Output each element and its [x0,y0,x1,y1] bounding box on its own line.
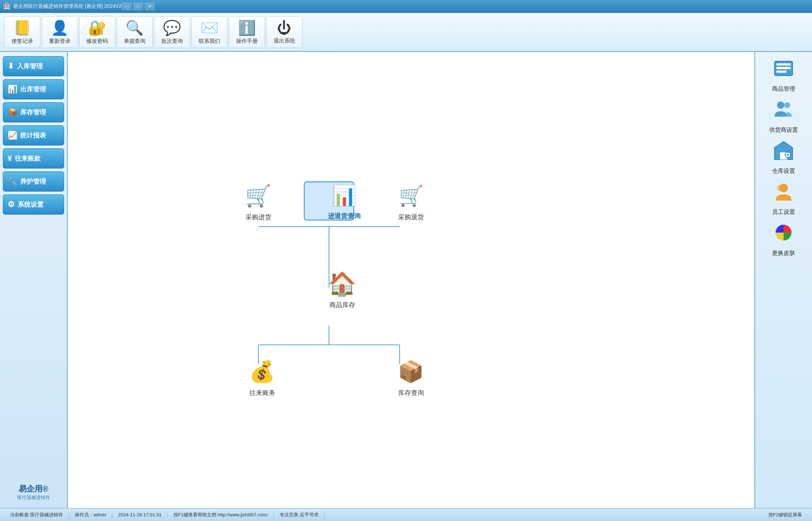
toolbar-label-bill-query: 单据查询 [124,38,145,45]
sidebar-icon-inbound: ⬇ [8,62,14,71]
brand-name: 易企用® [3,484,64,494]
window-controls: — □ ✕ [122,3,155,10]
sidebar-footer: 易企用® 医疗器械进销存 [3,481,64,504]
status-shortcut: 按F2键锁定屏幕 [763,512,808,518]
right-btn-employee-settings[interactable]: 员工设置 [772,181,795,216]
sidebar-btn-report[interactable]: 📈 统计报表 [3,125,64,145]
status-help: 按F1键查看帮助文档 http://www.jizhi007.com/ [168,512,274,518]
purchase-return-label: 采购退货 [398,213,424,221]
right-icon-employee-settings [773,181,794,206]
accounts-label: 往来账务 [249,388,275,397]
right-icon-goods-mgmt [773,58,794,83]
toolbar-label-batch-query: 批次查询 [161,38,183,45]
status-account: 当前帐套:医疗器械进销存 [4,512,69,518]
toolbar-label-manual: 操作手册 [236,38,258,45]
sidebar-icon-settings: ⚙ [8,200,15,209]
svg-point-17 [787,154,789,156]
toolbar-icon-contact: ✉️ [200,19,218,36]
toolbar-icon-relogin: 👤 [51,19,69,36]
toolbar-btn-exit[interactable]: ⏻ 退出系统 [266,16,302,48]
right-btn-supplier-settings[interactable]: 供货商设置 [769,99,798,134]
toolbar-icon-change-pw: 🔐 [88,19,106,36]
close-button[interactable]: ✕ [145,3,155,10]
maximize-button[interactable]: □ [133,3,143,10]
toolbar-label-sticky-note: 便签记录 [12,38,33,45]
inventory-node-label: 商品库存 [329,301,355,309]
right-label-employee-settings: 员工设置 [772,208,795,216]
sidebar-label-account: 往来账款 [15,154,41,163]
right-btn-goods-mgmt[interactable]: 商品管理 [772,58,795,93]
svg-rect-10 [776,67,791,69]
svg-point-13 [784,102,790,108]
sidebar-label-outbound: 出库管理 [20,85,46,94]
sidebar-btn-maintenance[interactable]: 🔧 养护管理 [3,171,64,192]
minimize-button[interactable]: — [122,3,132,10]
toolbar-btn-manual[interactable]: ℹ️ 操作手册 [229,16,265,48]
sidebar: ⬇ 入库管理 📊 出库管理 📦 库存管理 📈 统计报表 ¥ 往来账款 🔧 养护管… [0,52,68,508]
sidebar-icon-maintenance: 🔧 [8,177,17,186]
status-operator: 操作员：admin [69,512,112,518]
status-slogan: 专注完美 近乎苛求 [274,512,325,518]
sidebar-icon-account: ¥ [8,154,12,163]
in-out-query-label: 进退货查询 [328,212,360,220]
right-label-supplier-settings: 供货商设置 [769,126,798,134]
status-bar: 当前帐套:医疗器械进销存 操作员：admin 2024-11-29 17:01:… [0,508,812,521]
sidebar-label-inbound: 入库管理 [17,62,43,71]
purchase-in-label: 采购进货 [245,213,271,221]
sidebar-btn-outbound[interactable]: 📊 出库管理 [3,79,64,99]
sidebar-btn-settings[interactable]: ⚙ 系统设置 [3,194,64,215]
toolbar-btn-bill-query[interactable]: 🔍 单据查询 [117,16,153,48]
brand-subtitle: 医疗器械进销存 [3,494,64,501]
toolbar-btn-relogin[interactable]: 👤 重新登录 [42,16,78,48]
main-layout: ⬇ 入库管理 📊 出库管理 📦 库存管理 📈 统计报表 ¥ 往来账款 🔧 养护管… [0,52,812,508]
sidebar-btn-inbound[interactable]: ⬇ 入库管理 [3,56,64,76]
sidebar-label-report: 统计报表 [20,131,46,140]
sidebar-icon-report: 📈 [8,131,17,140]
toolbar-label-change-pw: 修改密码 [86,38,108,45]
toolbar-btn-batch-query[interactable]: 💬 批次查询 [154,16,190,48]
toolbar-btn-change-pw[interactable]: 🔐 修改密码 [79,16,115,48]
svg-rect-11 [776,71,786,73]
sidebar-btn-inventory[interactable]: 📦 库存管理 [3,102,64,122]
title-text: 易企用医疗器械进销存管理系统 [易企用] 2024V2 [13,3,122,10]
right-label-warehouse-settings: 仓库设置 [772,167,795,175]
toolbar-icon-bill-query: 🔍 [126,19,144,36]
toolbar: 📒 便签记录 👤 重新登录 🔐 修改密码 🔍 单据查询 💬 批次查询 ✉️ 联系… [0,13,812,52]
toolbar-btn-contact[interactable]: ✉️ 联系我们 [191,16,227,48]
toolbar-label-relogin: 重新登录 [49,38,71,45]
toolbar-icon-batch-query: 💬 [163,19,181,36]
sidebar-label-maintenance: 养护管理 [20,177,46,186]
sidebar-icon-outbound: 📊 [8,85,17,94]
toolbar-label-contact: 联系我们 [199,38,220,45]
sidebar-label-settings: 系统设置 [18,200,44,209]
app-icon: 🏥 [3,3,11,10]
svg-point-12 [777,102,784,109]
sidebar-btn-account[interactable]: ¥ 往来账款 [3,148,64,169]
right-label-goods-mgmt: 商品管理 [772,85,795,93]
toolbar-btn-sticky-note[interactable]: 📒 便签记录 [4,16,40,48]
flow-diagram: 🛒 采购进货 📊 进退货查询 🛒 采购退货 [68,52,754,508]
title-bar: 🏥 易企用医疗器械进销存管理系统 [易企用] 2024V2 — □ ✕ [0,0,812,13]
right-btn-warehouse-settings[interactable]: 仓库设置 [772,140,795,175]
right-icon-change-skin [773,222,794,247]
sidebar-label-inventory: 库存管理 [20,108,46,117]
center-content: 🛒 采购进货 📊 进退货查询 🛒 采购退货 [68,52,754,508]
right-panel: 商品管理 供货商设置 仓库设置 员工设置 更换皮肤 [754,52,812,508]
stock-query-label: 库存查询 [398,388,424,397]
toolbar-icon-exit: ⏻ [277,20,292,36]
svg-rect-9 [776,63,791,66]
right-btn-change-skin[interactable]: 更换皮肤 [772,222,795,257]
right-icon-supplier-settings [773,99,794,124]
toolbar-icon-manual: ℹ️ [238,19,256,36]
toolbar-icon-sticky-note: 📒 [13,19,31,36]
svg-point-23 [777,185,783,191]
toolbar-label-exit: 退出系统 [274,37,295,44]
status-datetime: 2024-11-29 17:01:31 [112,512,168,517]
sidebar-icon-inventory: 📦 [8,108,17,117]
right-icon-warehouse-settings [773,140,794,165]
right-label-change-skin: 更换皮肤 [772,250,795,257]
